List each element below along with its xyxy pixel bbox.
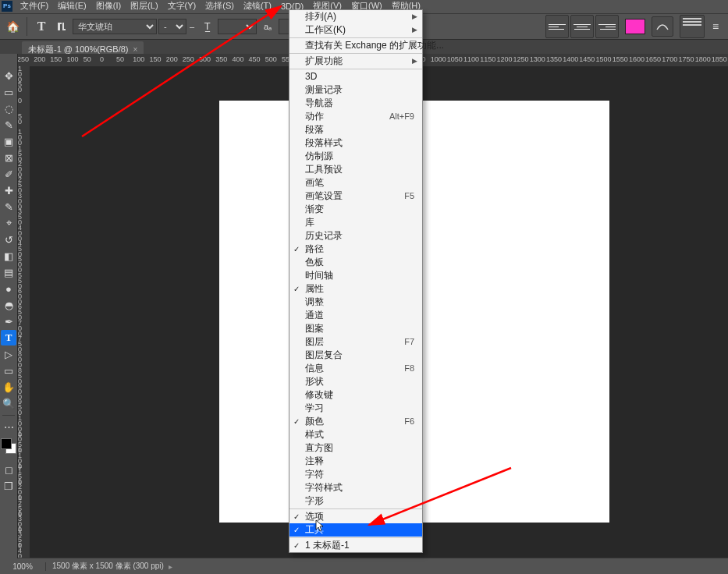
color-swatches[interactable] <box>1 438 16 454</box>
menu-item-shortcut: F6 <box>404 415 414 428</box>
foreground-color-swatch[interactable] <box>1 438 12 449</box>
menu-item-label: 动作 <box>305 110 324 123</box>
window-menu-item[interactable]: 段落样式 <box>289 136 422 150</box>
window-menu-item[interactable]: 形状 <box>289 375 422 388</box>
quick-select-tool[interactable]: ✎ <box>1 117 16 133</box>
window-menu-item[interactable]: 工具预设 <box>289 163 422 176</box>
gradient-tool[interactable]: ▤ <box>1 264 16 280</box>
window-menu-item[interactable]: 直方图 <box>289 441 422 455</box>
window-menu-item[interactable]: 调整 <box>289 296 422 309</box>
window-menu-item[interactable]: ✓1 未标题-1 <box>289 539 422 552</box>
window-menu-item[interactable]: 时间轴 <box>289 269 422 282</box>
eyedropper-tool[interactable]: ✐ <box>1 166 16 182</box>
brush-tool[interactable]: ✎ <box>1 199 16 214</box>
window-menu-item[interactable]: 3D <box>289 70 422 83</box>
ruler-tick: 1850 <box>712 55 727 63</box>
window-menu-item[interactable]: 仿制源 <box>289 150 422 163</box>
window-menu-item[interactable]: 画笔 <box>289 176 422 190</box>
window-menu-item[interactable]: 画笔设置F5 <box>289 190 422 203</box>
ruler-tick: 200 <box>34 55 45 63</box>
zoom-tool[interactable]: 🔍 <box>1 395 16 411</box>
screenmode-button[interactable]: ❐ <box>1 478 16 494</box>
font-family-select[interactable]: 华文琥珀 <box>73 19 157 34</box>
window-menu-item[interactable]: ✓路径 <box>289 243 422 256</box>
menu-select[interactable]: 选择(S) <box>201 0 239 12</box>
marquee-tool[interactable]: ▭ <box>1 84 16 100</box>
window-menu-item[interactable]: 学习 <box>289 402 422 415</box>
window-menu-item[interactable]: 渐变 <box>289 203 422 216</box>
move-tool[interactable]: ✥ <box>1 68 16 83</box>
text-color-swatch[interactable] <box>625 19 645 34</box>
hand-tool[interactable]: ✋ <box>1 379 16 395</box>
window-menu-item[interactable]: 字符 <box>289 468 422 481</box>
ruler-tick: 250 <box>17 55 29 63</box>
ruler-tick: 1250 <box>513 55 529 63</box>
window-menu-item[interactable]: ✓工具 <box>289 523 422 537</box>
check-icon: ✓ <box>293 243 300 256</box>
align-center-button[interactable] <box>570 15 594 38</box>
menu-item-label: 属性 <box>305 282 324 296</box>
menu-edit[interactable]: 编辑(E) <box>53 0 91 12</box>
heal-tool[interactable]: ✚ <box>1 182 16 198</box>
crop-tool[interactable]: ▣ <box>1 133 16 149</box>
path-select-tool[interactable]: ▷ <box>1 346 16 362</box>
window-menu-item[interactable]: 图层复合 <box>289 349 422 362</box>
window-menu-item[interactable]: 信息F8 <box>289 362 422 375</box>
edit-toolbar-button[interactable]: ⋯ <box>1 419 16 434</box>
window-menu-item[interactable]: ✓属性 <box>289 282 422 296</box>
window-menu-item[interactable]: ✓颜色F6 <box>289 415 422 428</box>
window-menu-item[interactable]: 工作区(K)▶ <box>289 23 422 37</box>
document-tab-close[interactable]: × <box>133 45 138 54</box>
window-menu-item[interactable]: 图案 <box>289 322 422 335</box>
shape-tool[interactable]: ▭ <box>1 363 16 378</box>
window-menu-item[interactable]: 通道 <box>289 309 422 322</box>
status-chevron-icon[interactable]: ▸ <box>169 562 172 571</box>
menu-file[interactable]: 文件(F) <box>16 0 53 12</box>
lasso-tool[interactable]: ◌ <box>1 101 16 116</box>
window-menu-item[interactable]: 排列(A)▶ <box>289 10 422 23</box>
window-menu-item[interactable]: 图层F7 <box>289 335 422 349</box>
warp-text-button[interactable] <box>652 16 673 37</box>
window-menu-item[interactable]: 库 <box>289 216 422 229</box>
stamp-tool[interactable]: ⌖ <box>1 215 16 231</box>
window-menu-item[interactable]: ✓选项 <box>289 510 422 523</box>
quickmask-button[interactable]: ◻ <box>1 462 16 477</box>
font-size-select[interactable] <box>218 19 257 34</box>
window-menu-item[interactable]: 查找有关 Exchange 的扩展功能... <box>289 39 422 52</box>
window-menu-item[interactable]: 修改键 <box>289 388 422 402</box>
menu-image[interactable]: 图像(I) <box>91 0 126 12</box>
blur-tool[interactable]: ● <box>1 281 16 296</box>
window-menu-item[interactable]: 扩展功能▶ <box>289 55 422 68</box>
window-menu-item[interactable]: 段落 <box>289 123 422 136</box>
pen-tool[interactable]: ✒ <box>1 314 16 329</box>
submenu-arrow-icon: ▶ <box>412 55 417 68</box>
history-brush-tool[interactable]: ↺ <box>1 232 16 247</box>
ruler-tick: 300 <box>199 55 211 63</box>
font-style-select[interactable]: - <box>158 19 186 34</box>
menu-separator <box>289 537 422 538</box>
dodge-tool[interactable]: ◓ <box>1 297 16 313</box>
toggle-panels-button[interactable] <box>680 15 705 38</box>
zoom-field[interactable]: 100% <box>0 562 46 571</box>
window-menu-item[interactable]: 注释 <box>289 455 422 468</box>
eraser-tool[interactable]: ◧ <box>1 248 16 264</box>
window-menu-item[interactable]: 动作Alt+F9 <box>289 110 422 123</box>
menu-layer[interactable]: 图层(L) <box>126 0 162 12</box>
text-orientation-button[interactable] <box>52 17 71 36</box>
home-button[interactable]: 🏠 <box>3 17 22 36</box>
window-menu-item[interactable]: 字形 <box>289 494 422 508</box>
type-tool[interactable]: T <box>1 330 16 345</box>
menu-filter[interactable]: 滤镜(T) <box>239 0 276 12</box>
menu-type[interactable]: 文字(Y) <box>163 0 201 12</box>
window-menu-item[interactable]: 历史记录 <box>289 229 422 243</box>
ruler-tick: 1000 <box>431 55 446 63</box>
window-menu-item[interactable]: 测量记录 <box>289 83 422 97</box>
extra-options-button[interactable]: ≡ <box>706 17 725 36</box>
window-menu-item[interactable]: 色板 <box>289 256 422 269</box>
window-menu-item[interactable]: 样式 <box>289 428 422 441</box>
align-right-button[interactable] <box>595 15 619 38</box>
window-menu-item[interactable]: 字符样式 <box>289 481 422 494</box>
align-left-button[interactable] <box>545 15 569 38</box>
frame-tool[interactable]: ⊠ <box>1 150 16 165</box>
window-menu-item[interactable]: 导航器 <box>289 97 422 110</box>
